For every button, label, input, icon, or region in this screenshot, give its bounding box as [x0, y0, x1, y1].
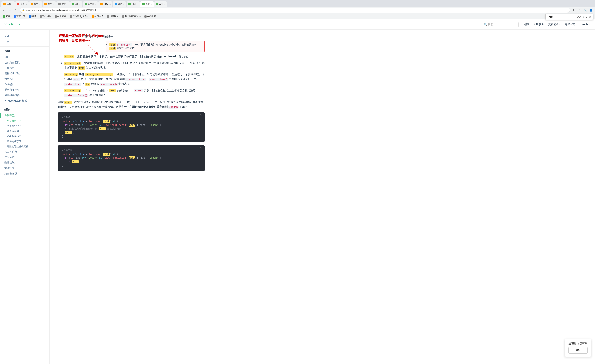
tab-crm[interactable]: CRM ×: [99, 1, 113, 7]
bookmark-tutorial[interactable]: 在线教程: [143, 14, 157, 18]
bookmark-wifi[interactable]: 住宅WIFI: [90, 14, 105, 18]
tab-favicon: [128, 3, 131, 5]
download-icon[interactable]: ⬇: [571, 8, 576, 13]
find-close-button[interactable]: ✕: [588, 15, 592, 19]
next-bad-hl4: next: [65, 131, 71, 134]
sidebar-title-basic: 基础: [0, 48, 49, 54]
reload-button[interactable]: ↻: [14, 8, 19, 13]
sidebar-sub-item-global-resolve[interactable]: 全局解析守卫: [0, 124, 49, 129]
on-error-code: router.onError(): [64, 94, 88, 97]
sidebar-item-start[interactable]: 起步: [0, 54, 49, 60]
sidebar-item-lazy[interactable]: 路由懒加载: [0, 171, 49, 176]
sidebar-sub-item-global-after[interactable]: 全局后置钩子: [0, 129, 49, 134]
code-line-bad-2: if (to.name !== 'Login' && !isAuthentica…: [62, 123, 201, 127]
find-prev-button[interactable]: ∧: [582, 15, 584, 19]
sidebar-item-transition[interactable]: 过渡动效: [0, 154, 49, 160]
next-slash-code: next('/'): [64, 73, 78, 76]
tab-js[interactable]: JS, ×: [70, 1, 82, 7]
code-line-bad-4: next(): [62, 131, 201, 135]
new-tab-button[interactable]: +: [167, 1, 172, 7]
find-next-button[interactable]: ∨: [585, 15, 588, 19]
tab-favicon: [58, 3, 61, 5]
sidebar-item-dynamic-route[interactable]: 动态路由匹配: [0, 60, 49, 65]
dance-favicon: [70, 15, 72, 18]
tab-write[interactable]: 写文章 ×: [83, 1, 98, 7]
browser-toolbar: ← → ↻ 🔒 router.vuejs.org/zh/guide/advanc…: [0, 7, 595, 14]
find-bar: 3/34 ∧ ∨ ✕: [545, 14, 593, 20]
sidebar-item-nested[interactable]: 嵌套路由: [0, 65, 49, 71]
tab-wenzhang[interactable]: 文章 ×: [57, 1, 70, 7]
tab-account[interactable]: 账户 ×: [113, 1, 126, 7]
login-route-code: /login: [168, 105, 179, 109]
tab-login[interactable]: 登录 ×: [15, 1, 28, 7]
content-sub-items: next() ：进行管道中的下一个钩子。如果全部钩子执行完了，则导航的状态就是 …: [58, 54, 205, 98]
sidebar-item-meta[interactable]: 路由元信息: [0, 149, 49, 154]
lock-icon: 🔒: [22, 9, 25, 12]
sidebar-group-intro: 介绍: [0, 40, 49, 45]
sidebar-sub-item-full-flow[interactable]: 完整的导航解析流程: [0, 144, 49, 149]
bookmark-jobs[interactable]: 招聘网站: [106, 14, 120, 18]
site-logo[interactable]: Vue Router: [4, 22, 22, 26]
bookmark-baidu[interactable]: 百度一下: [12, 14, 27, 18]
code-line-bad-3: // 如果用户未能验证身份，则 next 会被调用两次: [62, 127, 201, 131]
forward-button[interactable]: →: [8, 8, 13, 13]
code-line-good-2: if (to.name !== 'Login' && !isAuthentica…: [62, 156, 201, 160]
bookmark-interview[interactable]: 2020最新面试题: [121, 14, 142, 18]
nav-language[interactable]: 选择语言 ↓: [565, 23, 577, 26]
header-search[interactable]: 🔍 搜索: [482, 22, 518, 27]
bookmarks-bar: 应用 百度一下 翻译 工作相关 技术网站 广场舞hight起来 住宅WIFI: [0, 14, 595, 19]
find-input[interactable]: [547, 15, 576, 19]
tab-rba[interactable]: RBA ×: [127, 1, 140, 7]
replace-code: replace: true: [125, 78, 146, 81]
tab-navigation[interactable]: 导航 ×: [140, 1, 154, 7]
bookmark-tech[interactable]: 技术网站: [53, 14, 68, 18]
next-code-hl2: next: [109, 47, 116, 50]
ensure-bold: 确保: [58, 100, 64, 104]
to-inline-code: to: [85, 83, 90, 86]
tab-favicon: [156, 3, 158, 5]
back-button[interactable]: ←: [1, 8, 7, 13]
sidebar-item-redirect[interactable]: 重定向和别名: [0, 87, 49, 93]
next-inline: next: [73, 78, 80, 81]
toolbar-icons: ⬇ ☆ 🔧 👤: [571, 8, 594, 13]
bookmark-dance[interactable]: 广场舞hight起来: [68, 14, 90, 18]
nav-api[interactable]: API 参考: [534, 23, 544, 26]
star-icon[interactable]: ☆: [577, 8, 582, 13]
search-icon: 🔍: [484, 23, 487, 26]
sidebar-sub-item-route-exclusive[interactable]: 路由独享的守卫: [0, 134, 49, 139]
toast-refresh-button[interactable]: 刷新: [568, 347, 588, 354]
code-line-good-3: else next(): [62, 160, 201, 164]
sidebar-item-named-view[interactable]: 命名视图: [0, 82, 49, 87]
sidebar-item-programmatic[interactable]: 编程式的导航: [0, 71, 49, 76]
bookmark-translate[interactable]: 翻译: [27, 14, 37, 18]
extension-icon[interactable]: 🔧: [583, 8, 588, 13]
sidebar-item-intro[interactable]: 介绍: [0, 40, 49, 45]
sidebar-item-guard[interactable]: 导航守卫: [0, 113, 49, 119]
sidebar-item-data-fetch[interactable]: 数据获取: [0, 160, 49, 165]
tab-jianshu2[interactable]: 简书 ×: [29, 1, 42, 7]
profile-icon[interactable]: 👤: [588, 8, 594, 13]
sidebar-item-install[interactable]: 安装: [0, 33, 49, 39]
work-favicon: [40, 15, 42, 18]
sidebar-item-scroll[interactable]: 滚动行为: [0, 165, 49, 171]
tab-favicon: [44, 3, 47, 5]
bookmark-work[interactable]: 工作相关: [38, 14, 52, 18]
nav-changelog[interactable]: 更新记录 ↓: [548, 23, 560, 26]
code-line-bad-1: router.beforeEach((to, from, next) => {: [62, 119, 201, 123]
address-bar[interactable]: 🔒 router.vuejs.org/zh/guide/advanced/nav…: [20, 8, 570, 13]
bookmark-apps[interactable]: 应用: [1, 14, 12, 18]
sidebar-sub-item-global-before[interactable]: 全局前置守卫: [0, 119, 49, 124]
next-good-hl1: next: [103, 153, 110, 156]
sidebar-item-html5[interactable]: HTML5 History 模式: [0, 98, 49, 104]
tab-favicon: [85, 3, 87, 5]
tab-jianshu1[interactable]: 简书 ×: [1, 1, 15, 7]
tab-api[interactable]: API ×: [154, 1, 167, 7]
sidebar-sub-item-component[interactable]: 组件内的守卫: [0, 139, 49, 144]
sidebar-item-props[interactable]: 路由组件传参: [0, 93, 49, 98]
github-link[interactable]: GitHub ↗: [580, 23, 591, 26]
sidebar-item-named-route[interactable]: 命名路由: [0, 76, 49, 82]
from-code: from: [62, 35, 69, 38]
address-text: router.vuejs.org/zh/guide/advanced/navig…: [26, 9, 97, 12]
nav-guide[interactable]: 指南: [524, 23, 530, 26]
tab-jianshu3[interactable]: 简书 ×: [42, 1, 56, 7]
